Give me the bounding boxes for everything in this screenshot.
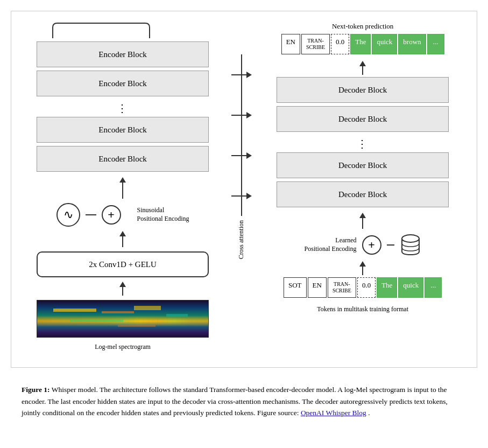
arrow-line-v [122,183,123,199]
bottom-token-en: EN [308,277,327,298]
cross-attention-area: Cross attention [223,22,259,259]
next-token-label: Next-token prediction [332,22,393,31]
bottom-token-the: The [377,277,397,298]
token-arrow-line [362,267,363,275]
caption-text: Figure 1: Whisper model. The architectur… [22,384,466,419]
decoder-block-2: Decoder Block [277,106,449,132]
cross-arrow-line-4 [231,195,246,197]
svg-rect-6 [118,325,155,327]
cross-attention-label: Cross attention [237,220,245,259]
bottom-token-sot: SOT [284,277,307,298]
database-icon [400,233,421,257]
top-token-brown: brown [398,34,426,54]
learned-label: LearnedPositional Encoding [305,236,357,253]
top-token-transcribe: TRAN-SCRIBE [301,34,330,54]
diagram-area: Encoder Block Encoder Block ⋮ Encoder Bl… [27,22,461,351]
encoder-bracket [37,22,209,39]
bottom-token-ellipsis: ... [425,277,442,298]
caption-end: . [368,409,370,417]
svg-rect-5 [166,314,188,317]
top-token-ellipsis: ... [427,34,444,54]
cross-arrow-head-1-icon [246,72,252,78]
encoder-dots-1: ⋮ [117,102,129,115]
learned-arrow-head-icon [359,213,366,218]
learned-arrow-line [362,218,363,229]
learned-plus-circle-icon: + [362,235,381,255]
conv-arrow-head-icon [119,231,126,236]
sinusoidal-row: ∿ + SinusoidalPositional Encoding [56,203,189,227]
top-token-en: EN [281,34,300,54]
decoder-block-1: Decoder Block [277,77,449,103]
diagram-container: Encoder Block Encoder Block ⋮ Encoder Bl… [11,11,477,368]
cross-attention-arrows [231,54,252,216]
arrow-head-up-icon [119,177,126,183]
spectrogram-svg [37,300,209,338]
top-token-00: 0.0 [331,34,349,54]
cross-arrow-head-4-icon [246,193,252,199]
spectrogram-arrow-up [119,282,126,296]
cross-arrow-line-1 [231,74,246,75]
token-arrow-up [359,261,366,275]
cross-arrow-line-3 [231,155,246,156]
top-token-quick: quick [372,34,397,54]
cross-arrow-1 [231,72,252,78]
bottom-token-00: 0.0 [357,277,376,298]
caption-link[interactable]: OpenAI Whisper Blog [301,409,366,417]
decoder-block-4: Decoder Block [277,181,449,207]
top-token-row: EN TRAN-SCRIBE 0.0 The quick brown ... [281,34,444,54]
bottom-token-transcribe: TRAN-SCRIBE [328,277,356,298]
figure-label: Figure 1: [22,386,50,394]
caption-body: Whisper model. The architecture follows … [22,386,448,417]
svg-point-7 [402,235,419,242]
caption-area: Figure 1: Whisper model. The architectur… [11,379,477,419]
encoder-block-3: Encoder Block [37,117,209,143]
bottom-token-row: SOT EN TRAN-SCRIBE 0.0 The quick ... [284,277,442,298]
bottom-token-quick: quick [398,277,423,298]
encoder-side: Encoder Block Encoder Block ⋮ Encoder Bl… [27,22,218,351]
conv-arrow-up [119,231,126,247]
learned-arrow-up [359,213,366,229]
spectrogram [37,300,209,338]
token-arrow-head-icon [359,261,366,267]
decoder-arrow-line-1 [362,66,363,75]
wave-circle-icon: ∿ [56,203,80,227]
learned-connector [387,244,394,246]
svg-rect-0 [37,300,209,338]
svg-rect-3 [69,319,123,322]
connector-line [86,214,96,215]
svg-rect-1 [53,309,96,312]
cross-arrow-4 [231,193,252,199]
encoder-block-2: Encoder Block [37,71,209,96]
decoder-arrow-head-1-icon [359,61,366,66]
sinusoidal-label: SinusoidalPositional Encoding [137,206,189,223]
cross-attention-vline [241,54,242,216]
decoder-arrow-up-1 [359,61,366,75]
conv-arrow-line [122,236,123,247]
top-token-the: The [350,34,371,54]
encoder-arrow-up [119,177,126,199]
decoder-side: Next-token prediction EN TRAN-SCRIBE 0.0… [265,22,461,313]
spectrogram-label: Log-mel spectrogram [95,343,151,351]
cross-arrow-2 [231,112,252,118]
tokens-label: Tokens in multitask training format [317,305,408,313]
encoder-block-4: Encoder Block [37,146,209,172]
encoder-block-1: Encoder Block [37,41,209,67]
conv-block: 2x Conv1D + GELU [37,251,209,277]
spectrogram-arrow-head-icon [119,282,126,287]
learned-pos-row: LearnedPositional Encoding + [305,233,421,257]
cross-arrow-head-3-icon [246,152,252,159]
plus-circle-icon: + [102,205,121,225]
spectrogram-arrow-line [122,287,123,296]
cross-arrow-3 [231,152,252,159]
svg-rect-4 [134,306,161,310]
cross-arrow-line-2 [231,115,246,116]
cross-arrow-head-2-icon [246,112,252,118]
svg-rect-2 [102,311,134,313]
decoder-dots: ⋮ [357,137,369,150]
decoder-block-3: Decoder Block [277,152,449,178]
